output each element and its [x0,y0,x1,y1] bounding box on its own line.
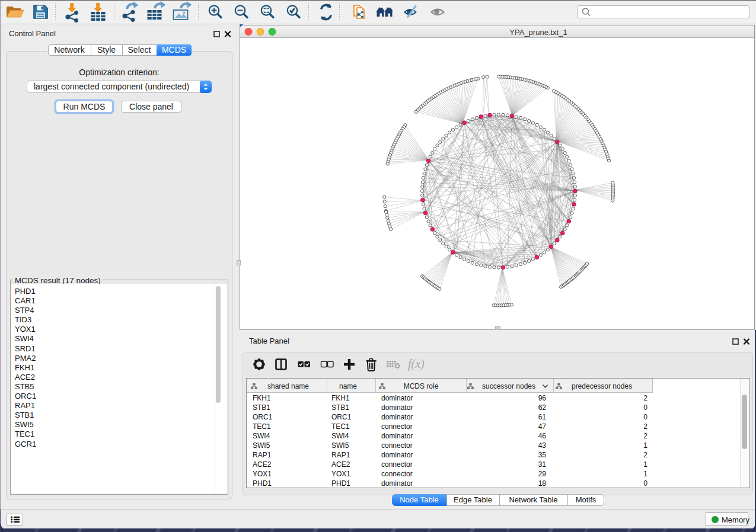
svg-text:f(x): f(x) [408,357,425,371]
